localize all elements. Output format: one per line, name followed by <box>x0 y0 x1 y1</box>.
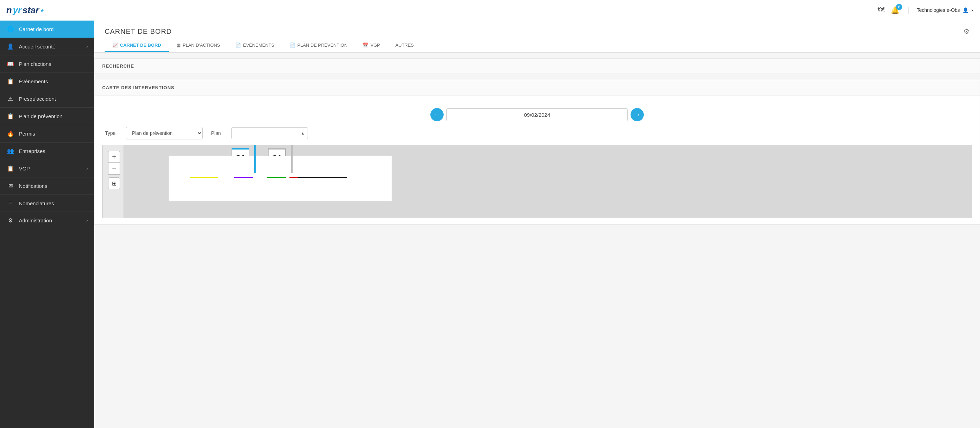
notification-bell[interactable]: 🔔 8 <box>891 6 899 14</box>
type-label: Type <box>105 130 115 136</box>
notification-badge: 8 <box>896 4 902 10</box>
sidebar-item-evenements[interactable]: 📋Évènements <box>0 73 94 90</box>
sidebar-item-plan-prevention[interactable]: 📋Plan de prévention <box>0 108 94 125</box>
sidebar-icon-accueil-securite: 👤 <box>6 43 15 50</box>
sidebar-item-vgp[interactable]: 📋VGP› <box>0 160 94 178</box>
sidebar-item-entreprises[interactable]: 👥Entreprises <box>0 143 94 160</box>
layers-icon: ⊞ <box>112 180 116 187</box>
sidebar-chevron-vgp: › <box>86 166 88 171</box>
sidebar-label-notifications: Notifications <box>19 183 88 189</box>
map-line-purple <box>234 177 253 178</box>
sidebar-item-carnet-de-bord[interactable]: 🌐Carnet de bord <box>0 21 94 38</box>
tab-evenements[interactable]: 📄ÉVÈNEMENTS <box>228 39 282 52</box>
sidebar-label-evenements: Évènements <box>19 78 88 84</box>
tab-label-carnet: CARNET DE BORD <box>120 43 161 48</box>
tab-icon-plan-actions: ▦ <box>177 43 181 48</box>
user-avatar-icon: 👤 <box>963 7 969 13</box>
recherche-section: RECHERCHE <box>94 58 980 74</box>
logo-text-yr: yr <box>13 5 22 16</box>
sidebar-icon-notifications: ✉ <box>6 182 15 189</box>
tab-label-autres: AUTRES <box>396 43 414 48</box>
user-chevron-icon: › <box>971 7 973 13</box>
plan-wrapper <box>231 127 308 139</box>
sidebar: nyrstar★ 🌐Carnet de bord👤Accueil sécurit… <box>0 0 94 428</box>
sidebar-item-presquaccident[interactable]: ⚠Presqu'accident <box>0 90 94 108</box>
filter-row: Type Plan de prévention Permis VGP Plan <box>102 127 972 139</box>
sidebar-item-administration[interactable]: ⚙Administration› <box>0 212 94 229</box>
map-inner: 34 24 <box>124 145 972 218</box>
date-input[interactable] <box>446 108 628 121</box>
map-line-green <box>267 177 286 178</box>
tab-plan-actions[interactable]: ▦PLAN D'ACTIONS <box>169 39 228 52</box>
zoom-out-button[interactable]: − <box>108 163 120 174</box>
map-canvas: 34 24 <box>124 145 972 218</box>
tab-label-plan-actions: PLAN D'ACTIONS <box>183 43 220 48</box>
tab-icon-plan-prevention: 📄 <box>290 43 295 48</box>
sidebar-chevron-accueil-securite: › <box>86 44 88 49</box>
sidebar-item-notifications[interactable]: ✉Notifications <box>0 178 94 195</box>
sidebar-item-nomenclatures[interactable]: ≡Nomenclatures <box>0 195 94 212</box>
sidebar-icon-evenements: 📋 <box>6 78 15 85</box>
map-area: + − ⊞ 34 24 <box>102 145 972 218</box>
map-bar-blue <box>254 145 256 173</box>
prev-date-button[interactable]: ← <box>430 108 444 121</box>
map-line-black <box>298 177 347 178</box>
sidebar-icon-plan-actions: 📖 <box>6 61 15 67</box>
carte-header: CARTE DES INTERVENTIONS <box>94 80 980 95</box>
tabs: 📈CARNET DE BORD▦PLAN D'ACTIONS📄ÉVÈNEMENT… <box>105 39 969 52</box>
sidebar-item-accueil-securite[interactable]: 👤Accueil sécurité› <box>0 38 94 55</box>
sidebar-icon-nomenclatures: ≡ <box>6 200 15 206</box>
page-title-row: CARNET DE BORD ⚙ <box>105 27 969 36</box>
tab-plan-prevention[interactable]: 📄PLAN DE PRÉVENTION <box>282 39 355 52</box>
map-white-area <box>169 156 392 201</box>
tab-icon-carnet: 📈 <box>112 43 118 48</box>
logo-star-symbol: ★ <box>40 8 45 13</box>
tab-vgp[interactable]: 📅VGP <box>355 39 387 52</box>
sidebar-chevron-administration: › <box>86 218 88 223</box>
type-select[interactable]: Plan de prévention Permis VGP <box>126 127 203 139</box>
plan-label: Plan <box>211 130 221 136</box>
topbar-divider: | <box>907 6 909 14</box>
sidebar-icon-administration: ⚙ <box>6 217 15 224</box>
main-content: 🗺 🔔 8 | Technologies e-Obs 👤 › CARNET DE… <box>94 0 980 428</box>
carte-section: CARTE DES INTERVENTIONS ← → Type Plan de… <box>94 80 980 225</box>
layers-button[interactable]: ⊞ <box>108 178 120 189</box>
sidebar-label-entreprises: Entreprises <box>19 148 88 154</box>
tab-label-evenements: ÉVÈNEMENTS <box>243 43 274 48</box>
carte-body: ← → Type Plan de prévention Permis VGP P… <box>94 95 980 225</box>
sidebar-label-carnet-de-bord: Carnet de bord <box>19 26 88 32</box>
sidebar-item-plan-actions[interactable]: 📖Plan d'actions <box>0 55 94 73</box>
map-controls: + − ⊞ <box>108 151 120 189</box>
sidebar-icon-presquaccident: ⚠ <box>6 95 15 102</box>
next-date-button[interactable]: → <box>630 108 644 121</box>
sidebar-label-plan-actions: Plan d'actions <box>19 61 88 67</box>
sidebar-label-plan-prevention: Plan de prévention <box>19 113 88 119</box>
sidebar-icon-vgp: 📋 <box>6 165 15 172</box>
sidebar-label-administration: Administration <box>19 217 86 224</box>
sidebar-label-vgp: VGP <box>19 166 86 171</box>
sidebar-icon-permis: 🔥 <box>6 130 15 137</box>
map-icon[interactable]: 🗺 <box>877 6 885 14</box>
zoom-in-button[interactable]: + <box>108 151 120 163</box>
settings-icon[interactable]: ⚙ <box>963 27 969 36</box>
tab-icon-evenements: 📄 <box>235 43 241 48</box>
tab-carnet[interactable]: 📈CARNET DE BORD <box>105 39 169 52</box>
map-line-red <box>290 177 298 178</box>
page-content: CARNET DE BORD ⚙ 📈CARNET DE BORD▦PLAN D'… <box>94 20 980 428</box>
logo-text-star: star <box>22 5 39 16</box>
sidebar-label-nomenclatures: Nomenclatures <box>19 200 88 206</box>
logo-text-n: n <box>6 5 12 16</box>
sidebar-label-accueil-securite: Accueil sécurité <box>19 44 86 49</box>
nyrstar-logo: nyrstar★ <box>6 5 45 16</box>
sidebar-item-permis[interactable]: 🔥Permis <box>0 125 94 143</box>
sidebar-icon-carnet-de-bord: 🌐 <box>6 26 15 32</box>
tab-autres[interactable]: AUTRES <box>388 39 422 52</box>
user-menu[interactable]: Technologies e-Obs 👤 › <box>917 7 973 13</box>
sidebar-label-permis: Permis <box>19 131 88 136</box>
topbar: 🗺 🔔 8 | Technologies e-Obs 👤 › <box>94 0 980 20</box>
map-bar-gray <box>291 145 293 173</box>
plan-select[interactable] <box>231 127 308 139</box>
page-header: CARNET DE BORD ⚙ 📈CARNET DE BORD▦PLAN D'… <box>94 20 980 52</box>
logo-container: nyrstar★ <box>0 0 94 21</box>
user-label: Technologies e-Obs <box>917 7 960 13</box>
